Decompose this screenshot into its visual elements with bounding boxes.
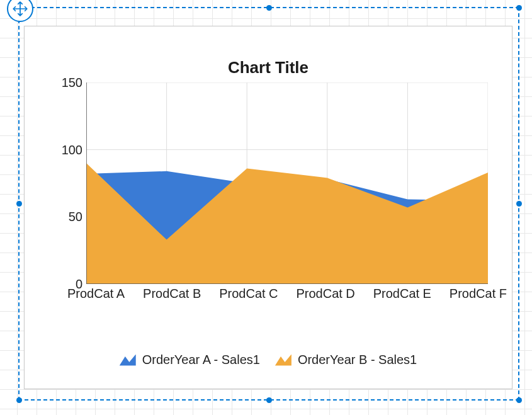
resize-handle-se[interactable] <box>516 397 522 403</box>
selection-frame[interactable] <box>18 7 519 401</box>
resize-handle-e[interactable] <box>516 201 522 207</box>
resize-handle-n[interactable] <box>266 5 272 11</box>
resize-handle-w[interactable] <box>16 201 22 207</box>
move-handle[interactable] <box>7 0 33 22</box>
move-arrows-icon <box>12 1 28 17</box>
resize-handle-s[interactable] <box>266 397 272 403</box>
resize-handle-ne[interactable] <box>516 5 522 11</box>
resize-handle-sw[interactable] <box>16 397 22 403</box>
